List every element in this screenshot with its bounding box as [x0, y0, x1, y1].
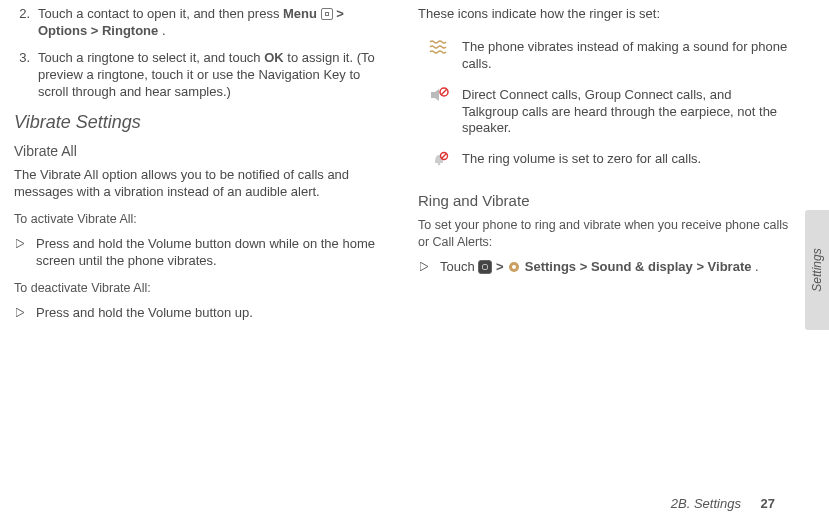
arrow: >: [696, 259, 707, 274]
step-3: 3. Touch a ringtone to select it, and to…: [14, 50, 384, 101]
ring-vibrate-lead: To set your phone to ring and vibrate wh…: [418, 217, 789, 251]
vibrate-all-description: The Vibrate All option allows you to be …: [14, 167, 384, 201]
ringtone-label: Ringtone: [102, 23, 158, 38]
svg-marker-1: [16, 308, 24, 317]
text: Press and hold the Volume button down wh…: [36, 236, 384, 270]
arrow: >: [496, 259, 507, 274]
activate-item: Press and hold the Volume button down wh…: [14, 236, 384, 270]
vibrate-label: Vibrate: [708, 259, 752, 274]
ring-vibrate-item: Touch > Settings > Sound & display > Vib…: [418, 259, 789, 276]
arrow: >: [336, 6, 344, 21]
text: The ring volume is set to zero for all c…: [462, 151, 701, 168]
arrow: >: [580, 259, 591, 274]
launcher-icon: [478, 260, 492, 274]
svg-line-7: [442, 154, 447, 159]
text: .: [755, 259, 759, 274]
svg-marker-0: [16, 239, 24, 248]
ringer-row-silent: The ring volume is set to zero for all c…: [418, 151, 789, 168]
triangle-bullet-icon: [420, 262, 430, 276]
text: Press and hold the Volume button up.: [36, 305, 253, 322]
gear-icon: [507, 260, 521, 274]
side-tab: Settings: [805, 210, 829, 330]
sound-display-label: Sound & display: [591, 259, 693, 274]
triangle-bullet-icon: [16, 308, 26, 322]
deactivate-item: Press and hold the Volume button up.: [14, 305, 384, 322]
options-label: Options: [38, 23, 87, 38]
svg-marker-2: [431, 89, 439, 101]
text: .: [162, 23, 166, 38]
step-number: 2.: [14, 6, 30, 40]
step-body: Touch a ringtone to select it, and touch…: [38, 50, 384, 101]
footer-section: 2B. Settings: [671, 496, 741, 511]
heading-vibrate-settings: Vibrate Settings: [14, 112, 384, 133]
menu-label: Menu: [283, 6, 317, 21]
arrow: >: [91, 23, 102, 38]
svg-marker-8: [420, 262, 428, 271]
ringer-row-vibrate: The phone vibrates instead of making a s…: [418, 39, 789, 73]
ringer-row-earpiece: Direct Connect calls, Group Connect call…: [418, 87, 789, 138]
step-number: 3.: [14, 50, 30, 101]
heading-ring-and-vibrate: Ring and Vibrate: [418, 192, 789, 209]
text: Touch a contact to open it, and then pre…: [38, 6, 283, 21]
svg-point-10: [512, 265, 516, 269]
bell-mute-icon: [428, 151, 450, 168]
page-footer: 2B. Settings 27: [671, 496, 775, 511]
text: Direct Connect calls, Group Connect call…: [462, 87, 789, 138]
footer-page-number: 27: [761, 496, 775, 511]
deactivate-lead: To deactivate Vibrate All:: [14, 280, 384, 297]
text: The phone vibrates instead of making a s…: [462, 39, 789, 73]
step-2: 2. Touch a contact to open it, and then …: [14, 6, 384, 40]
side-tab-label: Settings: [810, 248, 824, 291]
settings-label: Settings: [525, 259, 576, 274]
svg-line-4: [441, 89, 447, 95]
menu-grid-icon: [321, 8, 333, 20]
activate-lead: To activate Vibrate All:: [14, 211, 384, 228]
ringer-intro: These icons indicate how the ringer is s…: [418, 6, 789, 23]
vibrate-icon: [428, 39, 450, 73]
step-body: Touch a contact to open it, and then pre…: [38, 6, 384, 40]
ok-label: OK: [264, 50, 284, 65]
heading-vibrate-all: Vibrate All: [14, 143, 384, 159]
triangle-bullet-icon: [16, 239, 26, 270]
svg-point-5: [438, 163, 441, 166]
step-body: Touch > Settings > Sound & display > Vib…: [440, 259, 759, 276]
speaker-mute-icon: [428, 87, 450, 138]
text: Touch a ringtone to select it, and touch: [38, 50, 264, 65]
text: Touch: [440, 259, 478, 274]
